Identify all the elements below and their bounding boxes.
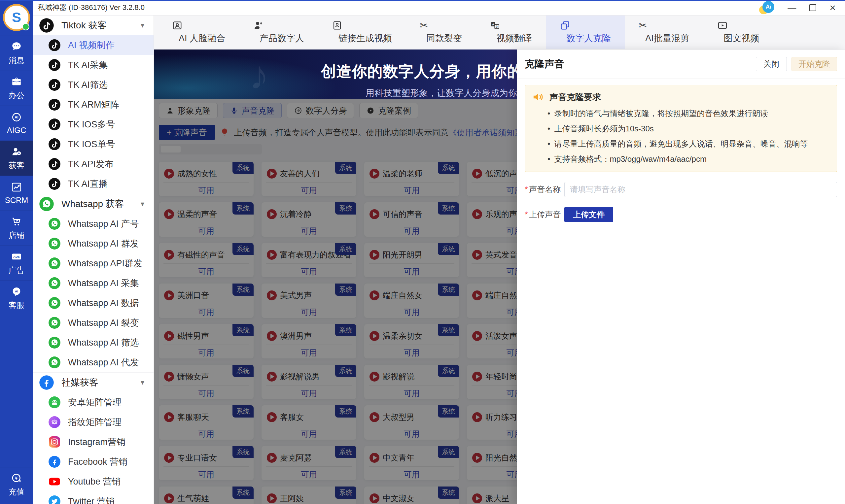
primary-nav-item[interactable]: 获客 <box>0 141 33 176</box>
person-plus-icon <box>253 20 264 31</box>
app-title: 私域神器 (ID-386176) Ver 3.2.8.0 <box>33 3 145 13</box>
menu-row[interactable]: Instagram营销 ▾ <box>33 432 154 452</box>
menu-row[interactable]: TK AI筛选 ▾ <box>33 75 154 95</box>
feature-tab[interactable]: 链接生成视频 <box>318 15 406 49</box>
ads-icon: ADS <box>11 251 22 262</box>
primary-nav-item[interactable]: ADS 广告 <box>0 246 33 281</box>
primary-nav-item[interactable]: AI 客服 <box>0 281 33 316</box>
primary-nav-item[interactable]: AI AIGC <box>0 106 33 141</box>
service-icon: AI <box>11 286 22 297</box>
menu-row[interactable]: Whatsapp 获客 ▾ <box>33 194 154 214</box>
sidebar-item-recharge[interactable]: ¥ 充值 <box>0 467 33 502</box>
menu-row[interactable]: Facebook 营销 ▾ <box>33 452 154 472</box>
menu-row[interactable]: 指纹矩阵管理 ▾ <box>33 412 154 432</box>
menu-row[interactable]: AI 视频制作 ▾ <box>33 35 154 55</box>
start-clone-button[interactable]: 开始克隆 <box>792 57 837 71</box>
chevron-down-icon[interactable]: ▾ <box>141 200 144 208</box>
menu-row[interactable]: Whatsapp AI 产号 ▾ <box>33 214 154 234</box>
primary-nav-item[interactable]: SCRM <box>0 176 33 211</box>
maximize-button[interactable] <box>809 4 816 11</box>
menu-row[interactable]: Whatsapp API群发 ▾ <box>33 253 154 273</box>
facebook-icon <box>48 455 61 468</box>
feature-tab[interactable]: A文 视频翻译 <box>476 15 546 49</box>
close-button[interactable]: × <box>829 3 836 12</box>
feature-tab[interactable]: ✂ AI批量混剪 <box>625 15 703 49</box>
tiktok-icon <box>48 39 61 52</box>
whatsapp-icon <box>39 196 54 212</box>
menu-row[interactable]: TK IOS多号 ▾ <box>33 114 154 134</box>
svg-text:A: A <box>492 23 494 26</box>
whatsapp-icon <box>48 237 61 250</box>
feature-tab[interactable]: 数字人克隆 <box>546 15 625 49</box>
requirement-bullet: • 录制时的语气与情绪被克隆，将按照期望的音色效果进行朗读 <box>547 108 830 119</box>
requirement-bullet: • 请尽量上传高质量的音频，避免出现多人说话、明显杂音、噪音、混响等 <box>547 139 830 149</box>
translate-icon: A文 <box>490 20 500 31</box>
aigc-icon: AI <box>11 111 22 123</box>
voice-name-input[interactable] <box>564 182 837 197</box>
user-plus-icon <box>11 146 22 157</box>
feature-tab[interactable]: 图文视频 <box>703 15 773 49</box>
tiktok-icon <box>48 118 61 131</box>
upload-file-button[interactable]: 上传文件 <box>564 207 613 222</box>
primary-nav-item[interactable]: 办公 <box>0 71 33 106</box>
recharge-icon: ¥ <box>11 472 22 484</box>
feature-tab[interactable]: AI 人脸融合 <box>158 15 239 49</box>
tiktok-icon <box>48 78 61 91</box>
tiktok-icon <box>48 138 61 150</box>
whatsapp-icon <box>48 317 61 329</box>
menu-row[interactable]: Whatsapp AI 采集 ▾ <box>33 273 154 293</box>
requirement-bullet: • 支持音频格式：mp3/ogg/wav/m4a/aac/pcm <box>547 154 830 164</box>
video-card-icon <box>717 20 728 31</box>
menu-row[interactable]: Twitter 营销 ▾ <box>33 491 154 504</box>
maximize-icon <box>809 4 816 11</box>
cart-icon <box>11 216 22 227</box>
menu-row[interactable]: 安卓矩阵管理 ▾ <box>33 393 154 412</box>
minimize-button[interactable]: — <box>788 3 796 12</box>
menu-row[interactable]: Whatsapp AI 筛选 ▾ <box>33 333 154 353</box>
facebook-icon <box>39 375 54 390</box>
primary-nav-item[interactable]: 店铺 <box>0 211 33 246</box>
whatsapp-icon <box>48 336 61 349</box>
close-icon: × <box>829 3 836 12</box>
twitter-icon <box>48 495 61 504</box>
whatsapp-icon <box>48 257 61 270</box>
menu-row[interactable]: TK AI直播 ▾ <box>33 174 154 194</box>
whatsapp-icon <box>48 297 61 309</box>
whatsapp-icon <box>48 277 61 289</box>
voice-name-label: *声音名称 <box>525 184 564 195</box>
menu-row[interactable]: Whatsapp AI 裂变 ▾ <box>33 313 154 333</box>
whatsapp-icon <box>48 356 61 369</box>
menu-row[interactable]: TK AI采集 ▾ <box>33 55 154 75</box>
requirement-bullet: • 上传音频时长必须为10s-30s <box>547 123 830 134</box>
chevron-down-icon[interactable]: ▾ <box>141 21 144 30</box>
feature-tab[interactable]: ✂ 同款裂变 <box>406 15 476 49</box>
menu-row[interactable]: 社媒获客 ▾ <box>33 372 154 393</box>
menu-row[interactable]: TK API发布 ▾ <box>33 154 154 174</box>
menu-row[interactable]: Youtube 营销 ▾ <box>33 472 154 491</box>
menu-row[interactable]: Whatsapp AI 群发 ▾ <box>33 234 154 253</box>
svg-text:¥: ¥ <box>15 475 18 481</box>
ai-assistant-avatar[interactable]: Ai <box>759 1 774 14</box>
close-drawer-button[interactable]: 关闭 <box>756 57 787 71</box>
menu-row[interactable]: Tiktok 获客 ▾ <box>33 15 154 35</box>
menu-row[interactable]: Whatsapp AI 代发 ▾ <box>33 353 154 372</box>
window-top-border <box>0 0 845 1</box>
menu-row[interactable]: TK IOS单号 ▾ <box>33 134 154 154</box>
clone-voice-drawer: 克隆声音 关闭 开始克隆 声音克隆要求 • 录制时的语气与情绪被克隆，将按照期望… <box>517 50 845 504</box>
requirements-title: 声音克隆要求 <box>549 91 601 103</box>
menu-row[interactable]: TK ARM矩阵 ▾ <box>33 95 154 114</box>
youtube-icon <box>48 475 61 488</box>
chart-icon <box>11 182 22 193</box>
svg-text:AI: AI <box>15 115 18 119</box>
titlebar: 私域神器 (ID-386176) Ver 3.2.8.0 Ai — × <box>33 0 845 16</box>
feature-tab[interactable]: 产品数字人 <box>239 15 318 49</box>
clone-icon <box>560 20 570 31</box>
menu-row[interactable]: Whatsapp AI 数据 ▾ <box>33 293 154 313</box>
chevron-down-icon[interactable]: ▾ <box>141 378 144 387</box>
svg-text:文: 文 <box>495 25 498 29</box>
tiktok-icon <box>39 18 54 33</box>
online-status-dot <box>22 23 29 30</box>
fingerprint-icon <box>48 416 61 428</box>
primary-nav-item[interactable]: 消息 <box>0 36 33 71</box>
speaker-icon <box>532 90 545 104</box>
